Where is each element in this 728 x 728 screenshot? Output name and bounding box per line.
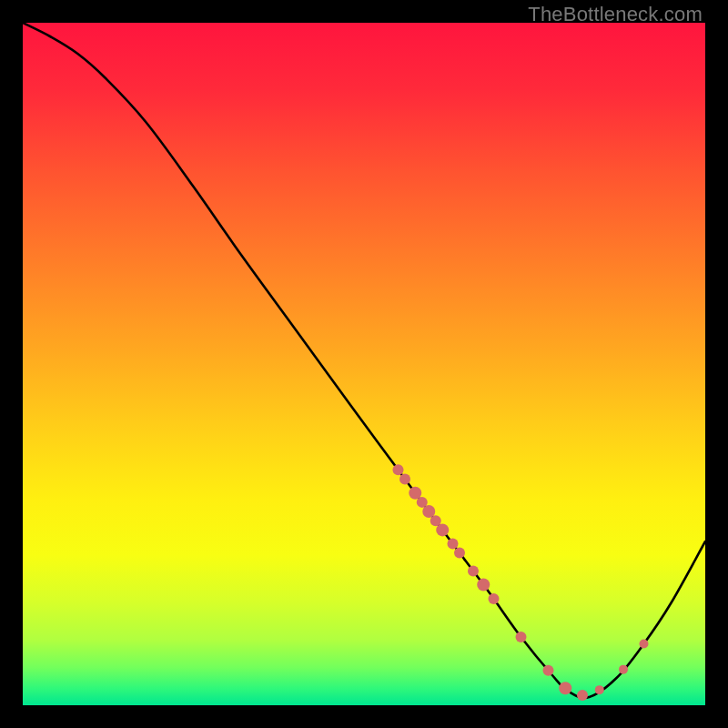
highlight-dot [595,685,604,694]
watermark-text: TheBottleneck.com [528,3,703,26]
highlight-dot [640,640,649,649]
highlight-dot [577,690,588,701]
gradient-background [23,23,705,705]
highlight-dot [393,464,404,475]
highlight-dot [489,593,500,604]
highlight-dot [468,566,479,577]
highlight-dot [543,665,554,676]
highlight-dot [516,632,527,642]
chart-svg [23,23,705,705]
highlight-dot [619,665,628,674]
highlight-dot [448,539,459,550]
highlight-dot [436,523,449,536]
chart-plot-area [23,23,705,705]
highlight-dot [477,579,490,592]
highlight-dot [559,682,571,694]
highlight-dot [399,473,410,484]
highlight-dot [454,548,465,559]
